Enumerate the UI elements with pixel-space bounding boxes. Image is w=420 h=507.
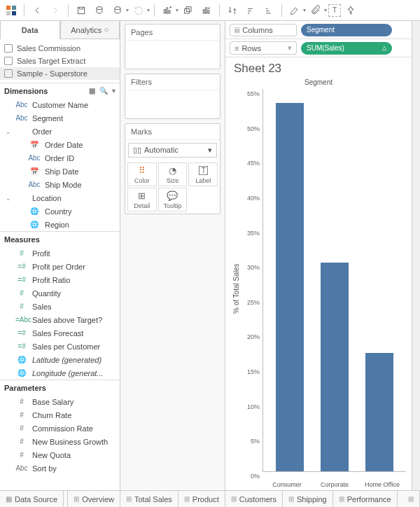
duplicate-sheet-button[interactable] bbox=[180, 2, 197, 19]
field-item[interactable]: 🌐Region bbox=[0, 218, 120, 231]
bar[interactable] bbox=[321, 263, 349, 471]
field-item[interactable]: AbcSegment bbox=[0, 111, 120, 125]
sheet-icon: ⊞ bbox=[184, 495, 190, 503]
mark-type-dropdown[interactable]: ▯▯Automatic▾ bbox=[128, 143, 217, 158]
type-icon: # bbox=[15, 411, 28, 419]
clear-sheet-button[interactable] bbox=[198, 2, 215, 19]
autosave-button[interactable] bbox=[109, 2, 126, 19]
refresh-button[interactable] bbox=[130, 2, 147, 19]
menu-caret-icon[interactable]: ▾ bbox=[112, 87, 115, 95]
tableau-logo[interactable] bbox=[3, 2, 20, 19]
field-item[interactable]: AbcCustomer Name bbox=[0, 98, 120, 111]
type-icon: Abc bbox=[15, 464, 28, 472]
y-tick: 10% bbox=[247, 403, 260, 410]
field-item[interactable]: AbcSort by bbox=[0, 461, 120, 475]
y-tick: 20% bbox=[247, 333, 260, 340]
new-sheet-button[interactable]: ⊞ bbox=[402, 491, 420, 507]
field-item[interactable]: #Quantity bbox=[0, 286, 120, 300]
bar[interactable] bbox=[276, 103, 304, 471]
field-item[interactable]: #Profit bbox=[0, 246, 120, 260]
type-icon: =# bbox=[15, 276, 28, 284]
search-icon[interactable]: 🔍 bbox=[99, 87, 108, 95]
back-button[interactable] bbox=[29, 2, 46, 19]
view-icon[interactable]: ▦ bbox=[89, 87, 95, 95]
datasource-item[interactable]: Sales Commission bbox=[0, 42, 120, 55]
sheet-icon: ⊞ bbox=[339, 495, 344, 503]
sort-desc-button[interactable] bbox=[260, 2, 277, 19]
sheet-tab[interactable]: ⊞Customers bbox=[225, 491, 283, 507]
field-item[interactable]: AbcShip Mode bbox=[0, 178, 120, 191]
field-item[interactable]: =#Profit per Order bbox=[0, 260, 120, 273]
sheet-tab[interactable]: ⊞Product bbox=[178, 491, 225, 507]
forward-button[interactable] bbox=[47, 2, 64, 19]
sheet-tab[interactable]: ⊞Shipping bbox=[283, 491, 333, 507]
sheet-title[interactable]: Sheet 23 bbox=[231, 60, 406, 78]
color-button[interactable]: ⠿Color bbox=[127, 162, 157, 186]
svg-point-2 bbox=[115, 6, 120, 9]
highlight-button[interactable] bbox=[286, 2, 303, 19]
save-button[interactable] bbox=[73, 2, 90, 19]
y-tick: 40% bbox=[247, 195, 260, 202]
field-item[interactable]: #Sales bbox=[0, 300, 120, 313]
sheet-tab[interactable]: ⊞Total Sales bbox=[120, 491, 178, 507]
columns-shelf[interactable]: iiiColumns Segment bbox=[225, 21, 412, 39]
new-datasource-button[interactable] bbox=[91, 2, 108, 19]
filters-shelf[interactable]: Filters bbox=[125, 74, 220, 119]
new-worksheet-button[interactable] bbox=[159, 2, 176, 19]
svg-rect-0 bbox=[78, 7, 84, 13]
sheet-icon: ⊞ bbox=[288, 495, 294, 503]
field-item[interactable]: 📅Ship Date bbox=[0, 165, 120, 178]
sheet-tab[interactable]: ⊞Performance bbox=[333, 491, 398, 507]
field-item[interactable]: 📅Order Date bbox=[0, 138, 120, 151]
field-item[interactable]: AbcOrder ID bbox=[0, 151, 120, 165]
size-button[interactable]: ◔Size bbox=[158, 162, 188, 186]
field-item[interactable]: #Churn Rate bbox=[0, 408, 120, 422]
sort-asc-button[interactable] bbox=[242, 2, 259, 19]
field-item[interactable]: 🌐Country bbox=[0, 204, 120, 218]
swap-button[interactable] bbox=[224, 2, 241, 19]
field-item[interactable]: #New Quota bbox=[0, 448, 120, 461]
pin-button[interactable] bbox=[342, 2, 359, 19]
y-tick: 25% bbox=[247, 299, 260, 306]
datasource-item[interactable]: Sales Target Extract bbox=[0, 55, 120, 67]
segment-pill[interactable]: Segment bbox=[301, 24, 392, 36]
label-button[interactable]: 🅃Label bbox=[188, 162, 218, 186]
sheet-tab[interactable]: ⊞Overview bbox=[68, 491, 120, 507]
tooltip-button[interactable]: 💬Tooltip bbox=[158, 188, 188, 211]
datasource-tab[interactable]: ▦Data Source bbox=[0, 491, 64, 507]
field-item[interactable]: 🌐Latitude (generated) bbox=[0, 353, 120, 366]
bar[interactable] bbox=[365, 353, 393, 471]
field-item[interactable]: #Base Salary bbox=[0, 395, 120, 408]
svg-rect-8 bbox=[203, 9, 204, 13]
sum-sales-pill[interactable]: SUM(Sales)△ bbox=[301, 42, 392, 55]
field-item[interactable]: ⌄Location bbox=[0, 191, 120, 204]
y-tick: 30% bbox=[247, 264, 260, 271]
field-item[interactable]: =#Sales per Customer bbox=[0, 340, 120, 353]
field-item[interactable]: =#Profit Ratio bbox=[0, 273, 120, 286]
svg-rect-7 bbox=[186, 6, 191, 11]
field-item[interactable]: =#Sales Forecast bbox=[0, 326, 120, 340]
type-icon: # bbox=[15, 289, 28, 297]
field-item[interactable]: #Commission Rate bbox=[0, 422, 120, 435]
attach-button[interactable] bbox=[307, 2, 324, 19]
rows-shelf[interactable]: ≡Rows▾ SUM(Sales)△ bbox=[225, 39, 412, 57]
bar-chart[interactable]: % of Total Sales 0%5%10%15%20%25%30%35%4… bbox=[231, 89, 406, 489]
cards-pane: Pages Filters Marks ▯▯Automatic▾ ⠿Color … bbox=[120, 21, 225, 490]
sheet-icon: ⊞ bbox=[74, 495, 79, 503]
type-icon: =# bbox=[15, 342, 28, 350]
detail-button[interactable]: ⊞Detail bbox=[127, 188, 157, 211]
field-item[interactable]: ⌄Order bbox=[0, 125, 120, 138]
datasource-item[interactable]: Sample - Superstore bbox=[0, 67, 120, 80]
analytics-tab[interactable]: Analytics◇ bbox=[60, 21, 120, 39]
pages-shelf[interactable]: Pages bbox=[125, 24, 220, 69]
text-button[interactable]: T bbox=[328, 4, 341, 17]
field-item[interactable]: #New Business Growth bbox=[0, 435, 120, 448]
field-item[interactable]: =AbcSales above Target? bbox=[0, 313, 120, 326]
x-tick: Consumer bbox=[270, 481, 304, 488]
scrollbar[interactable] bbox=[412, 21, 420, 490]
data-tab[interactable]: Data bbox=[0, 21, 60, 39]
type-icon: Abc bbox=[28, 181, 41, 188]
field-item[interactable]: 🌐Longitude (generat... bbox=[0, 366, 120, 380]
y-axis-label: % of Total Sales bbox=[231, 89, 241, 489]
caret-icon: ▾ bbox=[303, 7, 306, 13]
